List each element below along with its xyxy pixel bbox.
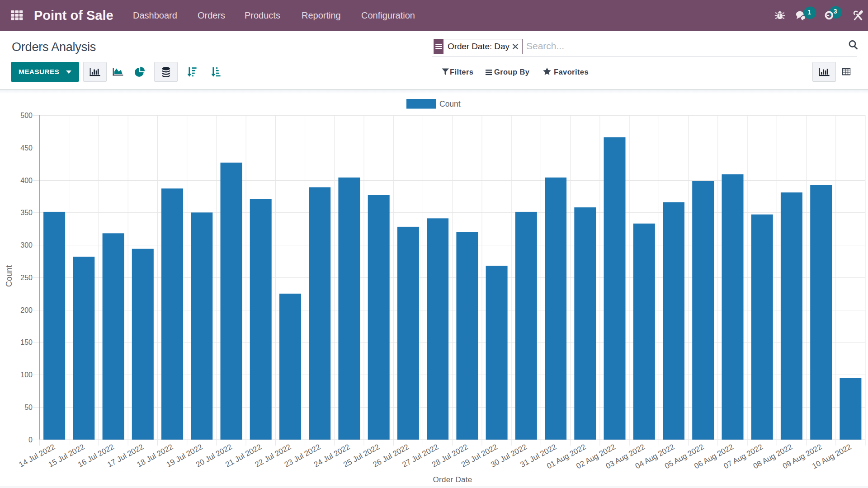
svg-text:Count: Count [439, 99, 461, 108]
svg-text:450: 450 [20, 144, 33, 152]
svg-text:200: 200 [20, 306, 33, 314]
svg-text:250: 250 [20, 274, 33, 282]
svg-text:350: 350 [20, 209, 33, 216]
svg-text:Count: Count [5, 265, 14, 287]
svg-text:0: 0 [28, 436, 33, 444]
svg-text:500: 500 [20, 112, 33, 119]
svg-text:Order Date: Order Date [433, 475, 472, 484]
svg-text:3: 3 [834, 8, 837, 15]
svg-text:150: 150 [20, 338, 33, 346]
svg-text:400: 400 [20, 177, 33, 184]
svg-text:50: 50 [24, 404, 33, 411]
svg-text:100: 100 [20, 371, 33, 379]
svg-text:300: 300 [20, 241, 33, 249]
svg-text:1: 1 [807, 9, 811, 16]
